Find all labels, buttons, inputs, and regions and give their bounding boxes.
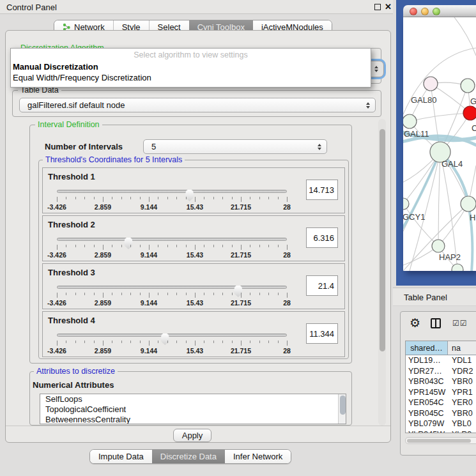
apply-button[interactable]: Apply: [173, 429, 211, 442]
tab-impute-data[interactable]: Impute Data: [90, 450, 152, 463]
tick-mark: [103, 197, 104, 202]
gear-icon[interactable]: ⚙: [410, 316, 420, 330]
tick-mark: [195, 197, 196, 202]
panel-scrollbar[interactable]: [378, 119, 386, 426]
dropdown-item-equal-width[interactable]: Equal Width/Frequency Discretization: [13, 73, 151, 82]
tick-label: 9.144: [141, 251, 157, 259]
table-cell[interactable]: YER054C: [406, 397, 448, 408]
checkbox-icons[interactable]: ☑☑: [452, 319, 468, 328]
network-canvas[interactable]: GAL80 G GAL11 C GAL4 GCY1 H HAP2: [403, 17, 476, 271]
dropdown-item-manual-discretization[interactable]: Manual Discretization: [13, 62, 98, 72]
tick-mark: [149, 293, 150, 298]
table-row[interactable]: YDL19…YDL1: [406, 355, 476, 366]
table-horizontal-scrollbar[interactable]: [405, 437, 476, 444]
tick-mark: [75, 197, 76, 199]
slider-track[interactable]: [57, 238, 287, 241]
tick-mark: [232, 245, 233, 247]
table-cell[interactable]: YPR145W: [406, 387, 448, 398]
table-cell[interactable]: YER0: [448, 397, 476, 408]
tick-mark: [112, 341, 112, 343]
close-traffic-light-icon[interactable]: [410, 8, 417, 15]
threshold-4-value-field[interactable]: [306, 323, 338, 344]
table-cell[interactable]: YDL19…: [406, 355, 448, 366]
label-gal4: GAL4: [441, 159, 463, 169]
threshold-3-value-field[interactable]: [306, 275, 338, 296]
zoom-traffic-light-icon[interactable]: [433, 8, 440, 15]
table-cell[interactable]: YLR3: [448, 429, 476, 434]
interval-definition-group: Interval Definition Number of Intervals …: [29, 125, 352, 364]
slider-track[interactable]: [57, 190, 287, 193]
tick-mark: [195, 293, 196, 298]
threshold-2-value-field[interactable]: [306, 227, 338, 248]
table-cell[interactable]: YDR27…: [406, 366, 448, 377]
tick-mark: [287, 293, 288, 298]
node-top-right[interactable]: [461, 79, 475, 93]
slider-track[interactable]: [57, 286, 287, 289]
attributes-scrollbar[interactable]: [338, 394, 346, 424]
threshold-1-slider[interactable]: -3.4262.8599.14415.4321.71528: [57, 186, 287, 211]
table-cell[interactable]: YBR043C: [406, 376, 448, 387]
tick-mark: [121, 197, 122, 199]
scrollbar-thumb[interactable]: [380, 129, 385, 351]
table-cell[interactable]: YBL079W: [406, 418, 448, 429]
table-cell[interactable]: YBR0: [448, 408, 476, 419]
table-row[interactable]: YPR145WYPR1: [406, 387, 476, 398]
node-attribute-table: shared… na YDL19…YDL1YDR27…YDR2YBR043CYB…: [405, 341, 476, 433]
table-cell[interactable]: YDL1: [448, 355, 476, 366]
tick-mark: [186, 293, 187, 295]
minimize-traffic-light-icon[interactable]: [421, 8, 429, 15]
table-cell[interactable]: YDR2: [448, 366, 476, 377]
table-row[interactable]: YDR27…YDR2: [406, 366, 476, 377]
tick-mark: [213, 293, 214, 295]
tab-discretize-data[interactable]: Discretize Data: [152, 450, 225, 463]
attribute-list-item[interactable]: BetweennessCentrality: [40, 415, 346, 424]
tab-infer-network[interactable]: Infer Network: [225, 450, 291, 463]
close-icon[interactable]: ✕: [385, 2, 392, 12]
column-header-name[interactable]: na: [448, 341, 476, 355]
tick-mark: [259, 293, 260, 295]
number-of-intervals-combo[interactable]: 5: [143, 139, 327, 154]
table-cell[interactable]: YBL0: [448, 418, 476, 429]
interval-definition-title: Interval Definition: [35, 120, 102, 129]
tick-mark: [57, 245, 58, 250]
tick-mark: [94, 341, 95, 343]
node-right[interactable]: [461, 196, 476, 211]
slider-track[interactable]: [57, 334, 287, 337]
tick-mark: [75, 341, 76, 343]
node-hap2[interactable]: [432, 240, 445, 252]
column-header-shared-name[interactable]: shared…: [406, 341, 448, 355]
threshold-1-value-field[interactable]: [306, 180, 338, 200]
table-data-combo[interactable]: galFiltered.sif default node: [19, 98, 376, 112]
table-cell[interactable]: YPR1: [448, 387, 476, 398]
node-gcy1[interactable]: [403, 198, 409, 210]
attribute-list-item[interactable]: TopologicalCoefficient: [40, 404, 346, 415]
node-gal11[interactable]: [403, 114, 417, 128]
table-panel-body: ⚙ ☑☑ shared… na YDL19…YDL1YDR27…YDR2YBR0…: [400, 311, 476, 456]
scrollbar-thumb[interactable]: [340, 395, 346, 415]
tick-mark: [232, 197, 233, 199]
table-cell[interactable]: YBR0: [448, 376, 476, 387]
table-row[interactable]: YBL079WYBL0: [406, 418, 476, 429]
scrollbar-thumb[interactable]: [407, 439, 471, 443]
tick-label: 15.43: [187, 299, 203, 307]
attribute-list-item[interactable]: SelfLoops: [40, 394, 346, 404]
threshold-2-slider[interactable]: -3.4262.8599.14415.4321.71528: [57, 234, 287, 259]
table-row[interactable]: YLR345WYLR3: [406, 429, 476, 434]
node-gal80[interactable]: [424, 77, 438, 91]
tick-mark: [278, 341, 279, 343]
label-gal11: GAL11: [404, 129, 429, 139]
threshold-4-slider[interactable]: -3.4262.8599.14415.4321.71528: [57, 330, 287, 355]
network-window-titlebar[interactable]: [403, 5, 476, 17]
node-selected-red[interactable]: [463, 106, 476, 120]
columns-icon[interactable]: [431, 318, 441, 328]
tick-label: 21.715: [231, 251, 251, 259]
table-cell[interactable]: YBR045C: [406, 408, 448, 419]
table-row[interactable]: YBR043CYBR0: [406, 376, 476, 387]
tick-mark: [176, 293, 177, 295]
float-window-icon[interactable]: [374, 4, 381, 10]
table-cell[interactable]: YLR345W: [406, 429, 448, 434]
table-row[interactable]: YER054CYER0: [406, 397, 476, 408]
threshold-3-slider[interactable]: -3.4262.8599.14415.4321.71528: [57, 282, 287, 307]
tab-infer-network-label: Infer Network: [233, 452, 282, 461]
table-row[interactable]: YBR045CYBR0: [406, 408, 476, 419]
